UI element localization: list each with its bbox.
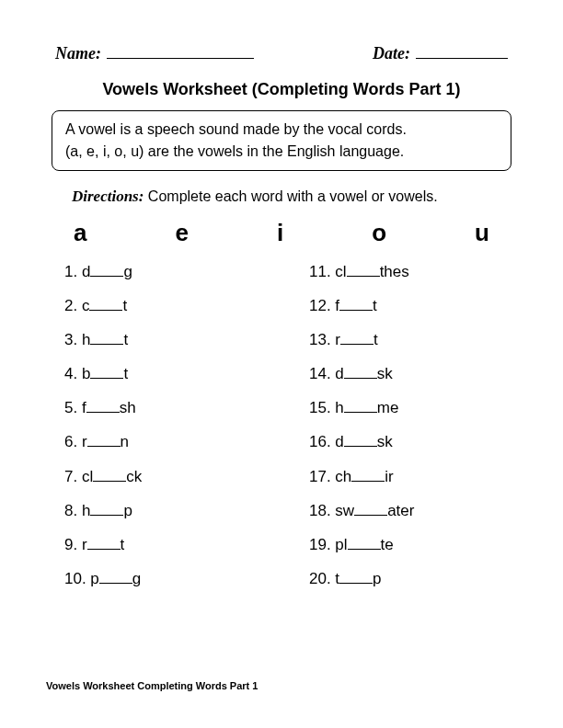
word-blank[interactable] [86,402,120,413]
word-prefix: p [90,570,98,587]
word-blank[interactable] [339,573,373,584]
word-item: 18. swater [309,501,517,521]
word-item: 15. hme [309,398,517,418]
item-number: 16. [309,433,335,450]
word-prefix: h [335,399,343,416]
word-item: 7. clck [64,467,272,487]
word-prefix: h [82,331,90,348]
directions-label: Directions: [72,188,144,205]
word-prefix: pl [335,536,347,553]
word-item: 2. ct [64,296,272,316]
item-number: 20. [309,570,335,587]
word-blank[interactable] [90,266,123,277]
word-prefix: b [82,365,90,382]
date-field: Date: [373,44,508,63]
word-prefix: ch [335,468,351,485]
item-number: 2. [64,297,82,314]
item-number: 8. [64,502,82,519]
word-blank[interactable] [351,471,385,482]
item-number: 3. [64,331,82,348]
word-item: 17. chir [309,467,517,487]
word-suffix: t [121,536,125,553]
word-blank[interactable] [89,300,122,311]
directions: Directions: Complete each word with a vo… [72,188,517,206]
vowel-u: u [475,219,489,247]
name-input-line[interactable] [107,44,254,59]
item-number: 10. [64,570,90,587]
word-suffix: t [123,331,128,348]
word-suffix: sk [377,433,393,450]
word-suffix: t [373,297,377,314]
word-prefix: d [82,263,90,280]
item-number: 13. [309,331,335,348]
word-item: 14. dsk [309,364,517,384]
word-prefix: sw [335,502,354,519]
word-suffix: p [373,570,381,587]
word-blank[interactable] [354,505,387,516]
item-number: 1. [64,263,82,280]
vowel-row: a e i o u [74,219,489,247]
word-suffix: me [377,399,399,416]
info-line-2: (a, e, i, o, u) are the vowels in the En… [65,141,498,163]
word-prefix: h [82,502,90,519]
word-blank[interactable] [344,436,377,447]
vowel-e: e [175,219,188,247]
vowel-o: o [372,219,386,247]
word-blank[interactable] [93,471,126,482]
item-number: 11. [309,263,335,280]
word-suffix: t [122,297,127,314]
word-item: 3. ht [64,330,272,350]
word-item: 12. ft [309,296,517,316]
word-suffix: g [132,570,141,587]
word-item: 6. rn [64,432,272,452]
word-item: 9. rt [64,535,272,555]
word-blank[interactable] [87,436,121,447]
word-suffix: te [381,536,394,553]
word-blank[interactable] [90,334,123,345]
vowel-a: a [74,219,86,247]
footer-text: Vowels Worksheet Completing Words Part 1 [46,680,258,691]
item-number: 18. [309,502,335,519]
item-number: 12. [309,297,335,314]
word-item: 13. rt [309,330,517,350]
word-blank[interactable] [99,573,132,584]
word-blank[interactable] [348,539,381,550]
item-number: 14. [309,365,335,382]
word-blank[interactable] [87,539,121,550]
word-blank[interactable] [344,368,377,379]
word-item: 8. hp [64,501,272,521]
word-suffix: g [123,263,132,280]
word-suffix: t [123,365,128,382]
item-number: 19. [309,536,335,553]
word-item: 16. dsk [309,432,517,452]
item-number: 4. [64,365,82,382]
word-blank[interactable] [339,300,373,311]
word-item: 1. dg [64,262,272,282]
word-blank[interactable] [347,266,380,277]
word-blank[interactable] [344,402,377,413]
date-label: Date: [373,44,410,63]
word-item: 10. pg [64,569,272,589]
date-input-line[interactable] [416,44,508,59]
word-suffix: thes [380,263,409,280]
word-prefix: d [335,433,343,450]
name-field: Name: [55,44,254,63]
word-blank[interactable] [340,334,373,345]
word-item: 4. bt [64,364,272,384]
item-number: 17. [309,468,335,485]
directions-text: Complete each word with a vowel or vowel… [148,188,438,204]
column-right: 11. clthes12. ft13. rt14. dsk15. hme16. … [309,262,517,603]
item-number: 6. [64,433,82,450]
word-blank[interactable] [90,368,123,379]
word-suffix: sk [377,365,393,382]
word-prefix: d [335,365,343,382]
word-item: 5. fsh [64,398,272,418]
word-suffix: n [121,433,129,450]
vowel-i: i [277,219,283,247]
item-number: 5. [64,399,82,416]
word-prefix: c [82,297,90,314]
word-suffix: p [123,502,132,519]
info-line-1: A vowel is a speech sound made by the vo… [65,119,498,141]
word-blank[interactable] [90,505,123,516]
worksheet-title: Vowels Worksheet (Completing Words Part … [46,80,517,99]
